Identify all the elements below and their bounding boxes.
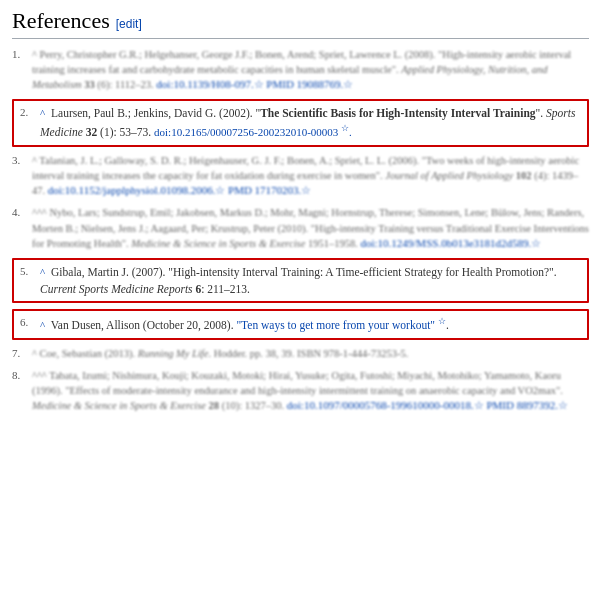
- up-arrow: ^: [40, 266, 45, 278]
- ref-content: ^ Laursen, Paul B.; Jenkins, David G. (2…: [40, 105, 581, 141]
- edit-anchor[interactable]: [edit]: [116, 17, 142, 31]
- ref-content: ^ Gibala, Martin J. (2007). "High-intens…: [40, 264, 581, 298]
- ref-number: 5.: [20, 264, 40, 298]
- references-list: 1. ^ Perry, Christopher G.R.; Helgehanse…: [12, 47, 589, 414]
- highlighted-ref-2: 2. ^ Laursen, Paul B.; Jenkins, David G.…: [12, 99, 589, 147]
- pmid-link[interactable]: PMD 17170203.☆: [228, 184, 311, 196]
- up-arrow: ^: [40, 107, 45, 119]
- up-arrow: ^: [40, 319, 45, 331]
- ref-number: 1.: [12, 47, 32, 93]
- doi-link[interactable]: doi:10.1249/MSS.0b013e3181d2d589.☆: [360, 237, 541, 249]
- list-item: 8. ^^^ Tabata, Izumi; Nishimura, Kouji; …: [12, 368, 589, 414]
- ref-content: ^ Perry, Christopher G.R.; Helgehanser, …: [32, 47, 589, 93]
- edit-link[interactable]: [edit]: [116, 17, 142, 31]
- ref-number: 8.: [12, 368, 32, 414]
- pmid-link[interactable]: PMID 8897392.☆: [486, 399, 568, 411]
- highlighted-ref-5: 5. ^ Gibala, Martin J. (2007). "High-int…: [12, 258, 589, 304]
- ref-content: ^ Van Dusen, Allison (October 20, 2008).…: [40, 315, 581, 334]
- pmid-link[interactable]: PMID 19088769.☆: [266, 78, 353, 90]
- doi-link[interactable]: doi:10.1139/H08-097.☆: [156, 78, 263, 90]
- ext-icon: ☆: [438, 316, 446, 326]
- doi-link[interactable]: doi:10.1097/00005768-199610000-00018.☆: [287, 399, 484, 411]
- ref-number: 6.: [20, 315, 40, 334]
- page-title: References: [12, 8, 110, 34]
- list-item: 3. ^ Talanian, J. L.; Galloway, S. D. R.…: [12, 153, 589, 199]
- list-item: 2. ^ Laursen, Paul B.; Jenkins, David G.…: [20, 105, 581, 141]
- page-container: References [edit] 1. ^ Perry, Christophe…: [0, 0, 601, 428]
- ext-icon: ☆: [341, 123, 349, 133]
- list-item: 6. ^ Van Dusen, Allison (October 20, 200…: [20, 315, 581, 334]
- ref-content: ^^^ Nybo, Lars; Sundstrup, Emil; Jakobse…: [32, 205, 589, 251]
- list-item: 5. ^ Gibala, Martin J. (2007). "High-int…: [20, 264, 581, 298]
- highlighted-ref-6: 6. ^ Van Dusen, Allison (October 20, 200…: [12, 309, 589, 340]
- list-item: 1. ^ Perry, Christopher G.R.; Helgehanse…: [12, 47, 589, 93]
- ref-number: 7.: [12, 346, 32, 362]
- ref-number: 4.: [12, 205, 32, 251]
- list-item: 4. ^^^ Nybo, Lars; Sundstrup, Emil; Jako…: [12, 205, 589, 251]
- doi-link[interactable]: doi:10.1152/japplphysiol.01098.2006.☆: [48, 184, 226, 196]
- doi-text: doi:10.2165/00007256-200232010-00003 ☆.: [154, 126, 352, 138]
- ref-number: 2.: [20, 105, 40, 141]
- ref-number: 3.: [12, 153, 32, 199]
- article-link[interactable]: "Ten ways to get more from your workout": [236, 319, 435, 331]
- doi-link[interactable]: 10.2165/00007256-200232010-00003: [171, 126, 338, 138]
- references-header: References [edit]: [12, 8, 589, 39]
- ref-content: ^^^ Tabata, Izumi; Nishimura, Kouji; Kou…: [32, 368, 589, 414]
- ref-content: ^ Coe, Sebastian (2013). Running My Life…: [32, 346, 589, 362]
- list-item: 7. ^ Coe, Sebastian (2013). Running My L…: [12, 346, 589, 362]
- ref-content: ^ Talanian, J. L.; Galloway, S. D. R.; H…: [32, 153, 589, 199]
